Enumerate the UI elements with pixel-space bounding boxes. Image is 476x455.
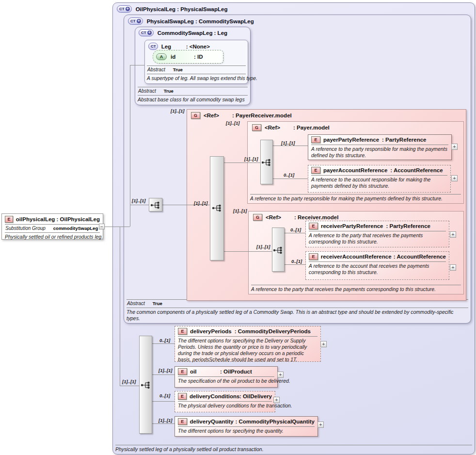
expand-icon[interactable]: + (451, 175, 458, 181)
divider (311, 175, 447, 176)
cardinality-label: 0..[1] (290, 227, 301, 232)
attribute-type: : ID (194, 54, 203, 60)
substitution-group-value: commoditySwapLeg (53, 226, 98, 231)
connector-line (285, 233, 305, 233)
divider (115, 445, 472, 445)
divider (251, 285, 461, 285)
ct-icon-label: CT (141, 30, 146, 36)
element-box-deliveryperiods[interactable]: EdeliveryPeriods: CommodityDeliveryPerio… (175, 326, 321, 362)
group-footer: A reference to the party responsible for… (250, 193, 461, 202)
attribute-box-id[interactable]: A id : ID (153, 50, 223, 64)
abstract-value: True (173, 67, 183, 72)
connector-line (120, 227, 120, 386)
element-icon: E (311, 167, 320, 174)
element-box-payeraccountreference[interactable]: EpayerAccountReference: AccountReference… (308, 165, 451, 193)
cardinality-label: [1]..[1] (281, 140, 295, 146)
sequence-icon (261, 158, 272, 169)
box-footer: Abstract True Abstract base class for al… (138, 85, 248, 103)
element-icon: E (5, 216, 13, 223)
collapse-icon[interactable]: − (99, 224, 105, 229)
type-base: : <None> (186, 44, 210, 49)
type-description: Physically settled leg of a physically s… (115, 446, 472, 453)
element-name: deliveryPeriods (190, 328, 232, 334)
cardinality-label: 0..[1] (291, 259, 302, 264)
type-description: The common components of a physically se… (127, 309, 468, 322)
cardinality-label: [1]..[1] (171, 108, 185, 114)
box-footer: Abstract True The common components of a… (127, 298, 468, 322)
cardinality-label: 0..[1] (284, 172, 294, 178)
abstract-label: Abstract (147, 67, 165, 72)
element-description: The specification of the oil product to … (178, 378, 274, 384)
divider (178, 376, 274, 377)
expand-icon[interactable]: + (451, 144, 458, 150)
cardinality-label: [1]..[1] (122, 379, 136, 384)
sequence-icon (273, 246, 284, 257)
divider (127, 308, 468, 308)
element-description: The different options for specifying the… (178, 338, 317, 363)
ct-icon-label: CT (130, 18, 136, 24)
expand-icon[interactable]: + (450, 231, 456, 238)
element-type: : OilDelivery (239, 393, 272, 399)
cardinality-label: [1]..[1] (159, 418, 173, 423)
complex-type-icon: CT+ (117, 5, 132, 13)
expand-icon[interactable]: + (277, 372, 284, 378)
abstract-row: Abstract True (127, 301, 468, 306)
connector-line (130, 205, 149, 205)
connector-line (285, 264, 305, 265)
element-box-payerpartyreference[interactable]: EpayerPartyReference: PartyReference A r… (308, 134, 452, 160)
extendable-plus-icon: + (126, 7, 130, 11)
cardinality-label: [1]..[1] (256, 244, 270, 249)
group-name: <Ref> (265, 125, 290, 130)
element-type: : PartyReference (386, 223, 430, 229)
connector-line (130, 65, 144, 65)
element-type: : AccountReference (394, 254, 446, 260)
element-icon: E (309, 223, 318, 229)
element-box-deliveryconditions[interactable]: EdeliveryConditions: OilDelivery The phy… (175, 391, 275, 412)
element-type: : CommodityPhysicalQuantity (235, 419, 315, 424)
cardinality-label: [1]..[1] (233, 208, 247, 213)
sequence-connector (260, 140, 273, 184)
divider (138, 87, 248, 87)
element-type: : OilProduct (220, 369, 252, 374)
expand-icon[interactable]: + (273, 397, 280, 403)
box-title: OilPhysicalLeg : PhysicalSwapLeg (136, 6, 228, 12)
element-box-oil[interactable]: Eoil: OilProduct The specification of th… (175, 366, 278, 388)
group-name: <Ref> (266, 214, 291, 220)
connector-line (103, 227, 130, 227)
connector-line (273, 146, 308, 146)
group-type: : Receiver.model (294, 214, 338, 220)
element-box-receiverpartyreference[interactable]: EreceiverPartyReference: PartyReference … (305, 221, 449, 247)
sequence-connector (139, 336, 152, 434)
group-footer: A reference to the party that receives t… (251, 283, 461, 292)
divider (147, 65, 246, 66)
expand-icon[interactable]: + (317, 422, 324, 428)
group-icon: G (191, 112, 200, 119)
abstract-label: Abstract (127, 301, 145, 306)
box-title: CommoditySwapLeg : Leg (158, 30, 227, 36)
connector-line (152, 423, 175, 424)
element-box-receiveraccountreference[interactable]: EreceiverAccountReference: AccountRefere… (305, 251, 449, 280)
sequence-icon (141, 381, 151, 391)
element-type: : CommodityDeliveryPeriods (235, 328, 311, 334)
complex-type-icon: CT+ (128, 17, 143, 25)
element-type: : PartyReference (382, 137, 426, 143)
divider (178, 401, 272, 402)
extendable-plus-icon: + (137, 19, 141, 23)
extendable-plus-icon: + (147, 31, 152, 35)
substitution-group-label: Substitution Group (5, 226, 46, 231)
element-name: payerPartyReference (323, 137, 379, 143)
ct-icon-label: CT (151, 43, 156, 49)
expand-icon[interactable]: + (450, 264, 456, 271)
type-description: Abstract base class for all commodity sw… (138, 97, 248, 103)
element-box-oilphysicalleg-root[interactable]: EoilPhysicalLeg : OilPhysicalLeg Substit… (1, 213, 103, 240)
cardinality-label: [1]..[1] (226, 120, 240, 126)
sequence-icon (212, 204, 222, 214)
connector-line (120, 386, 139, 386)
connector-line (224, 162, 260, 163)
element-box-deliveryquantity[interactable]: EdeliveryQuantity: CommodityPhysicalQuan… (175, 416, 318, 437)
expand-icon[interactable]: + (320, 341, 327, 347)
connector-line (152, 343, 175, 344)
cardinality-label: [1]..[1] (159, 368, 173, 373)
substitution-group-row: Substitution Group commoditySwapLeg (5, 226, 100, 231)
cardinality-label: [1]..[1] (244, 156, 258, 162)
